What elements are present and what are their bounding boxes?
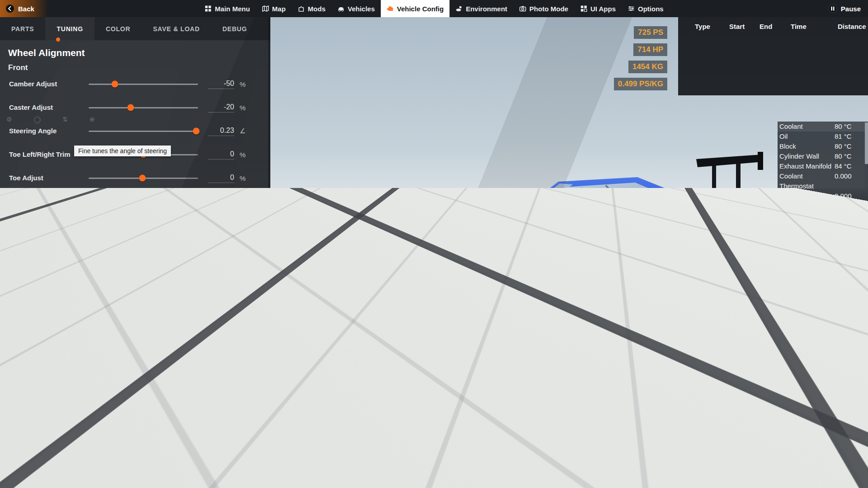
stat-power-ps: 725 PS: [634, 26, 667, 39]
slider-label: Tire Pressure: [9, 294, 89, 302]
slider-track[interactable]: [89, 107, 198, 108]
rpm-readout: 743 Engine RPM: [795, 382, 860, 401]
thermal-label: Radiator Fan Active: [779, 241, 835, 261]
slider-handle[interactable]: [139, 175, 146, 182]
slider-label: Tire Pressure: [9, 355, 89, 363]
timing-col-end: End: [760, 23, 791, 30]
tab-debug[interactable]: DEBUG: [211, 17, 259, 40]
stat-power-to-weight: 0.499 PS/KG: [614, 78, 667, 90]
slider-track[interactable]: [89, 358, 198, 360]
thermal-row: Oil 81 °C: [778, 131, 868, 141]
hint-label: Tab right: [224, 474, 250, 482]
thermal-row: Coolant Thermostat 0.000: [778, 171, 868, 191]
slider-track[interactable]: [89, 215, 198, 216]
slider-handle[interactable]: [150, 212, 156, 219]
back-button[interactable]: Back: [0, 0, 48, 17]
slider-unit: %: [240, 235, 259, 243]
gizmo-target-icon: ⊕: [90, 116, 95, 123]
slider-value[interactable]: 0.23: [208, 127, 234, 136]
thermal-scrollbar[interactable]: [865, 122, 868, 272]
menu-item-vehicles[interactable]: Vehicles: [331, 0, 381, 17]
thermal-value: 0.1000: [835, 221, 868, 231]
slider-track[interactable]: [89, 382, 198, 383]
rear-wing: [696, 152, 763, 204]
slider-unit: psi: [240, 355, 259, 363]
slider-handle[interactable]: [193, 379, 200, 386]
reset-label: RESET: [175, 445, 198, 452]
slider-handle[interactable]: [112, 81, 118, 88]
engine-button-line1: ENGINE: [752, 424, 767, 428]
play-button[interactable]: [754, 298, 766, 311]
online-status: ONLINE: [783, 474, 808, 482]
slider-value[interactable]: 24: [208, 354, 234, 364]
slider-track[interactable]: [89, 321, 198, 322]
record-indicator[interactable]: [860, 285, 866, 290]
boost-unit-label: Bar: [839, 361, 845, 366]
apply-label: APPLY: [229, 445, 252, 452]
slider-track[interactable]: [89, 131, 198, 132]
thermal-value: 84 °C: [835, 161, 868, 171]
timing-col-distance: Distance: [838, 23, 866, 30]
hint-tab-left: LB Tab left: [153, 474, 192, 483]
slider-value[interactable]: 0.05: [208, 378, 234, 387]
tab-color[interactable]: COLOR: [94, 17, 142, 40]
menu-item-options[interactable]: Options: [622, 0, 670, 17]
timing-col-start: Start: [729, 23, 760, 30]
menu-item-main-menu[interactable]: Main Menu: [198, 0, 256, 17]
thermal-value: 80 °C: [835, 122, 868, 131]
slider-track[interactable]: [89, 297, 198, 299]
slider-track[interactable]: [89, 84, 198, 85]
slider-row-tire-pressure-rear: Tire Pressure 24 psi: [0, 347, 270, 371]
topbar: Back Main Menu Map Mods Vehicles Vehicle: [0, 0, 868, 17]
reset-button[interactable]: ↶ RESET: [165, 443, 198, 453]
tacho-scale-label: x1000 RPM: [819, 443, 836, 446]
slider-handle[interactable]: [193, 128, 200, 135]
b-button-icon: B: [109, 474, 119, 483]
menu-item-mods[interactable]: Mods: [292, 0, 331, 17]
slider-track[interactable]: [89, 178, 198, 179]
menu-item-ui-apps[interactable]: UI Apps: [574, 0, 622, 17]
menu-item-photo-mode[interactable]: Photo Mode: [513, 0, 574, 17]
slider-row-toe-front: Toe Adjust 0 %: [0, 166, 270, 190]
slider-handle[interactable]: [137, 356, 143, 362]
auto-apply-label: Apply changes automatically: [24, 444, 122, 453]
slider-value[interactable]: 0: [208, 174, 234, 183]
menu-label: Vehicles: [348, 5, 375, 13]
tab-save-load[interactable]: SAVE & LOAD: [142, 17, 211, 40]
slider-value[interactable]: -20: [208, 103, 234, 113]
menu-item-environment[interactable]: Environment: [449, 0, 513, 17]
slider-value[interactable]: -50: [208, 80, 234, 89]
slider-label: Wheel Offset: [9, 318, 89, 325]
speed-unit: km/h: [822, 421, 833, 426]
slider-track[interactable]: [89, 239, 198, 240]
slider-value[interactable]: 30: [208, 235, 234, 244]
thermal-scrollbar-thumb[interactable]: [865, 122, 868, 164]
slider-handle[interactable]: [127, 104, 134, 111]
thermal-row: Radiator Air Speed Efficiency 0.1000: [778, 221, 868, 241]
slider-value[interactable]: 28: [208, 293, 234, 303]
slider-handle[interactable]: [155, 236, 161, 243]
hint-label: Tab left: [170, 474, 192, 482]
tab-parts[interactable]: PARTS: [0, 17, 45, 40]
slider-value[interactable]: 20: [208, 211, 234, 221]
thermal-row: Radiator Air Speed 0 km/h: [778, 201, 868, 221]
slider-handle[interactable]: [146, 318, 153, 325]
slider-value[interactable]: 0: [208, 150, 234, 160]
panel-scrollbar[interactable]: [268, 17, 270, 469]
tab-tuning[interactable]: TUNING: [45, 17, 94, 40]
pause-button[interactable]: Pause: [821, 0, 868, 17]
replay-time-display: 00:00.000: [769, 295, 868, 314]
slider-handle[interactable]: [146, 295, 153, 301]
slider-value[interactable]: 0.02: [208, 317, 234, 326]
thermal-value: 80 °C: [835, 151, 868, 161]
car-illustration: [353, 149, 787, 330]
auto-apply-checkbox[interactable]: [10, 444, 19, 453]
engine-start-button[interactable]: ENGINE START STOP: [744, 416, 775, 447]
subsection-rear: Rear: [8, 338, 270, 347]
playhead-marker[interactable]: [768, 314, 771, 318]
panel-scrollbar-thumb[interactable]: [268, 232, 270, 431]
hint-back: B Back: [109, 474, 138, 483]
apply-button[interactable]: ✓ APPLY: [210, 440, 260, 457]
menu-item-map[interactable]: Map: [256, 0, 292, 17]
menu-item-vehicle-config[interactable]: Vehicle Config: [381, 0, 449, 17]
